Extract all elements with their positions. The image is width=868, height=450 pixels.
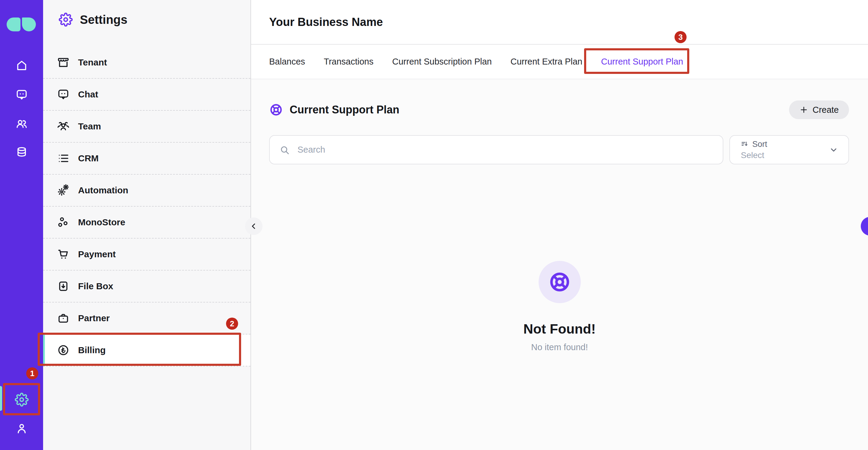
- settings-sidebar: Settings Tenant Chat: [43, 0, 251, 450]
- search-box: [269, 135, 723, 164]
- sidebar-item-partner[interactable]: Partner: [43, 302, 250, 334]
- logo-shape-left: [7, 18, 21, 31]
- list-icon: [57, 152, 70, 165]
- annotation-step-badge: 3: [675, 31, 687, 43]
- section-title: Current Support Plan: [290, 103, 399, 116]
- search-icon: [279, 145, 290, 155]
- rail-chat-button[interactable]: [0, 88, 43, 101]
- sidebar-item-label: Payment: [78, 249, 116, 260]
- brand-logo: [7, 18, 36, 31]
- sidebar-item-label: Chat: [78, 89, 98, 99]
- gears-icon: [57, 184, 70, 197]
- sidebar-item-monostore[interactable]: MonoStore: [43, 207, 250, 239]
- sort-label: Sort: [752, 140, 767, 149]
- team-icon: [57, 120, 70, 133]
- annotation-step-badge: 2: [226, 318, 238, 330]
- rail-database-button[interactable]: [0, 146, 43, 159]
- chat-icon: [16, 88, 28, 101]
- storefront-icon: [57, 56, 70, 69]
- sidebar-item-label: Team: [78, 121, 101, 131]
- annotation-step-badge: 1: [26, 367, 38, 380]
- database-icon: [16, 146, 28, 159]
- search-input[interactable]: [298, 145, 713, 155]
- sidebar-item-crm[interactable]: CRM: [43, 143, 250, 175]
- chat-bubble-icon: [57, 88, 70, 101]
- billing-tabs: Balances Transactions Current Subscripti…: [251, 44, 868, 79]
- sidebar-item-label: File Box: [78, 281, 113, 291]
- chevron-down-icon: [829, 145, 838, 154]
- rail-settings-button[interactable]: [0, 393, 43, 407]
- support-plan-content: Current Support Plan Create: [251, 79, 868, 450]
- rail-home-button[interactable]: [0, 59, 43, 72]
- sidebar-item-team[interactable]: Team: [43, 111, 250, 143]
- page-title: Settings: [80, 13, 127, 27]
- nav-rail: [0, 0, 43, 450]
- sidebar-item-tenant[interactable]: Tenant: [43, 47, 250, 79]
- empty-state: Not Found! No item found!: [251, 261, 868, 352]
- empty-subtitle: No item found!: [251, 342, 868, 352]
- plus-icon: [799, 105, 808, 114]
- sidebar-item-filebox[interactable]: File Box: [43, 271, 250, 302]
- sidebar-item-payment[interactable]: Payment: [43, 239, 250, 271]
- home-icon: [16, 59, 28, 72]
- main-panel: Your Business Name Balances Transactions…: [251, 0, 868, 450]
- tab-current-support-plan[interactable]: Current Support Plan: [601, 57, 683, 67]
- nodes-icon: [57, 216, 70, 229]
- rail-profile-button[interactable]: [0, 422, 43, 434]
- sidebar-item-chat[interactable]: Chat: [43, 79, 250, 111]
- sidebar-item-automation[interactable]: Automation: [43, 175, 250, 207]
- create-button[interactable]: Create: [789, 100, 849, 119]
- sidebar-item-label: Automation: [78, 185, 128, 196]
- tab-transactions[interactable]: Transactions: [324, 57, 373, 67]
- logo-shape-right: [22, 18, 36, 31]
- sidebar-item-label: CRM: [78, 153, 98, 163]
- sidebar-item-label: Billing: [78, 345, 106, 355]
- sidebar-item-billing[interactable]: Billing: [43, 334, 250, 366]
- chevron-left-icon: [250, 222, 258, 231]
- sort-select[interactable]: Sort Select: [730, 135, 849, 164]
- rail-team-button[interactable]: [0, 117, 43, 130]
- sidebar-header: Settings: [59, 13, 127, 27]
- settings-menu: Tenant Chat Te: [43, 47, 250, 366]
- sidebar-collapse-button[interactable]: [245, 217, 262, 235]
- sidebar-item-label: MonoStore: [78, 217, 125, 228]
- users-icon: [16, 117, 28, 130]
- briefcase-icon: [57, 312, 70, 325]
- business-name-title: Your Business Name: [269, 16, 383, 29]
- tab-current-subscription-plan[interactable]: Current Subscription Plan: [392, 57, 492, 67]
- sidebar-item-label: Partner: [78, 313, 110, 323]
- lifebuoy-icon: [548, 271, 571, 294]
- cart-icon: [57, 248, 70, 261]
- sort-icon: [741, 140, 749, 148]
- gear-icon: [15, 393, 29, 407]
- person-icon: [16, 422, 28, 434]
- tab-balances[interactable]: Balances: [269, 57, 305, 67]
- lifebuoy-icon: [269, 103, 283, 117]
- lira-coin-icon: [57, 344, 70, 357]
- chevron-left-icon: [866, 222, 868, 231]
- sidebar-item-label: Tenant: [78, 57, 107, 67]
- empty-title: Not Found!: [251, 321, 868, 337]
- tab-current-extra-plan[interactable]: Current Extra Plan: [510, 57, 583, 67]
- file-box-icon: [57, 280, 70, 293]
- empty-state-badge: [538, 261, 581, 303]
- create-button-label: Create: [812, 105, 839, 115]
- gear-icon: [59, 13, 73, 27]
- business-header: Your Business Name: [251, 0, 868, 44]
